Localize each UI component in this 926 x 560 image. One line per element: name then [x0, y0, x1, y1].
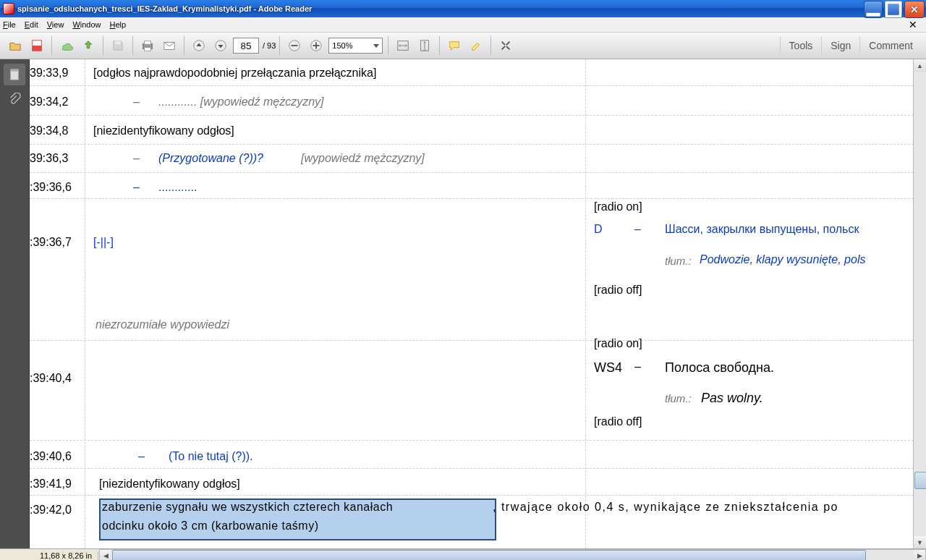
page-up-icon[interactable] — [190, 37, 208, 54]
tlum-label: tłum.: — [665, 392, 692, 404]
dash: – — [138, 450, 145, 463]
pdf-create-icon[interactable] — [28, 37, 46, 54]
timestamp: 39:34,2 — [30, 96, 68, 109]
column-divider — [585, 59, 586, 548]
vertical-scrollbar[interactable]: ▲ ▼ — [913, 59, 926, 548]
timestamp: 39:33,9 — [30, 67, 68, 80]
toolbar-separator — [439, 36, 440, 55]
horizontal-scrollbar[interactable]: ◀ ▶ — [99, 549, 926, 560]
document-viewport[interactable]: 39:33,9 [odgłos najprawdopodobniej przeł… — [30, 59, 926, 548]
radio-on: [radio on] — [594, 337, 642, 350]
timestamp: :39:40,6 — [30, 450, 72, 463]
page-down-icon[interactable] — [212, 37, 229, 54]
svg-rect-12 — [292, 45, 298, 46]
menu-file[interactable]: File — [3, 20, 16, 29]
timestamp: 39:34,8 — [30, 124, 68, 137]
minimize-button[interactable] — [864, 1, 883, 18]
scroll-up-icon[interactable]: ▲ — [914, 59, 926, 72]
transcript-text: ............ [wypowiedź mężczyzny] — [158, 96, 324, 109]
scroll-down-icon[interactable]: ▼ — [914, 536, 926, 548]
toolbar-separator — [279, 36, 280, 55]
email-icon[interactable] — [161, 37, 178, 54]
scroll-left-icon[interactable]: ◀ — [100, 550, 111, 560]
save-icon[interactable] — [109, 37, 127, 54]
menu-help[interactable]: Help — [110, 20, 127, 29]
dash: – — [133, 96, 140, 109]
timestamp: :39:36,6 — [30, 181, 72, 194]
zoom-out-icon[interactable] — [286, 37, 303, 54]
timestamp: 39:36,3 — [30, 152, 68, 165]
maximize-button[interactable] — [884, 1, 903, 18]
menu-edit[interactable]: Edit — [25, 20, 38, 29]
page-number-input[interactable] — [233, 38, 259, 54]
transcript-mark: [-||-] — [93, 236, 114, 249]
scroll-thumb[interactable] — [914, 472, 926, 489]
transcript-text-selected: odcinku około 3 cm (karbowanie taśmy) — [102, 519, 319, 533]
tlum-text: Podwozie, klapy wysunięte, pols — [700, 253, 865, 266]
fit-page-icon[interactable] — [416, 37, 433, 54]
sidebar — [0, 59, 30, 548]
right-panel-links: Tools Sign Comment — [780, 37, 922, 54]
timestamp: :39:36,7 — [30, 236, 72, 249]
speaker-ws4: WS4 — [594, 360, 622, 376]
toolbar-separator — [103, 36, 103, 55]
menubar-close-icon[interactable]: ✕ — [909, 19, 917, 30]
sign-link[interactable]: Sign — [821, 37, 859, 54]
comment-icon[interactable] — [446, 37, 463, 54]
menubar: File Edit View Window Help ✕ — [0, 17, 926, 33]
fit-width-icon[interactable] — [394, 37, 412, 54]
radio-off: [radio off] — [594, 415, 642, 428]
dash: – — [634, 360, 641, 373]
niezrozumiale: niezrozumiałe wypowiedzi — [95, 318, 229, 331]
close-button[interactable]: ✕ — [904, 1, 925, 18]
page-dimensions: 11,68 x 8,26 in — [0, 551, 98, 560]
app-icon — [3, 3, 14, 14]
transcript-text: [wypowiedź mężczyzny] — [301, 152, 425, 165]
toolbar-separator — [388, 36, 388, 55]
window-title: spisanie_odsluchanych_tresci_IES-Zaklad_… — [17, 4, 862, 13]
save-cloud-icon[interactable] — [58, 37, 75, 54]
transcript-text: ............ — [158, 181, 197, 194]
menu-window[interactable]: Window — [72, 20, 101, 29]
transcript-text-selected: zaburzenie sygnału we wszystkich czterec… — [102, 501, 393, 514]
open-icon[interactable] — [7, 37, 24, 54]
print-icon[interactable] — [139, 37, 156, 54]
chevron-down-icon — [373, 44, 379, 48]
svg-rect-19 — [11, 69, 19, 72]
dash: – — [133, 152, 140, 165]
scroll-thumb[interactable] — [112, 550, 866, 560]
tlum-text: Pas wolny. — [701, 391, 763, 406]
toolbar: / 93 150% Tools Sign Comment — [0, 33, 926, 59]
read-mode-icon[interactable] — [497, 37, 514, 54]
attachments-icon[interactable] — [4, 88, 25, 110]
highlight-icon[interactable] — [467, 37, 485, 54]
toolbar-separator — [490, 36, 491, 55]
transcript-russian: Шасси, закрылки выпущены, польск — [665, 223, 859, 236]
page-sep: / — [263, 41, 265, 50]
upload-icon[interactable] — [80, 37, 97, 54]
zoom-in-icon[interactable] — [307, 37, 325, 54]
thumbnails-icon[interactable] — [4, 64, 25, 85]
toolbar-separator — [51, 36, 52, 55]
main-area: 39:33,9 [odgłos najprawdopodobniej przeł… — [0, 59, 926, 548]
radio-off: [radio off] — [594, 284, 642, 297]
menu-view[interactable]: View — [47, 20, 64, 29]
svg-rect-3 — [33, 46, 42, 51]
comment-link[interactable]: Comment — [859, 37, 922, 54]
zoom-value: 150% — [332, 41, 352, 50]
titlebar[interactable]: spisanie_odsluchanych_tresci_IES-Zaklad_… — [0, 0, 926, 17]
svg-rect-15 — [315, 43, 317, 49]
zoom-select[interactable]: 150% — [328, 38, 383, 54]
window-buttons: ✕ — [862, 1, 925, 17]
svg-rect-4 — [115, 41, 120, 45]
transcript-text: [niezidentyfikowany odgłos] — [93, 124, 234, 137]
svg-rect-7 — [145, 48, 151, 51]
dash: – — [133, 181, 140, 194]
transcript-blue: (Przygotowane (?))? — [158, 152, 263, 165]
timestamp: :39:40,4 — [30, 372, 72, 385]
tools-link[interactable]: Tools — [780, 37, 822, 54]
scroll-right-icon[interactable]: ▶ — [914, 550, 925, 560]
transcript-text: [niezidentyfikowany odgłos] — [99, 478, 240, 491]
dash: – — [634, 223, 641, 236]
transcript-text: (To nie tutaj (?)). — [169, 450, 252, 463]
